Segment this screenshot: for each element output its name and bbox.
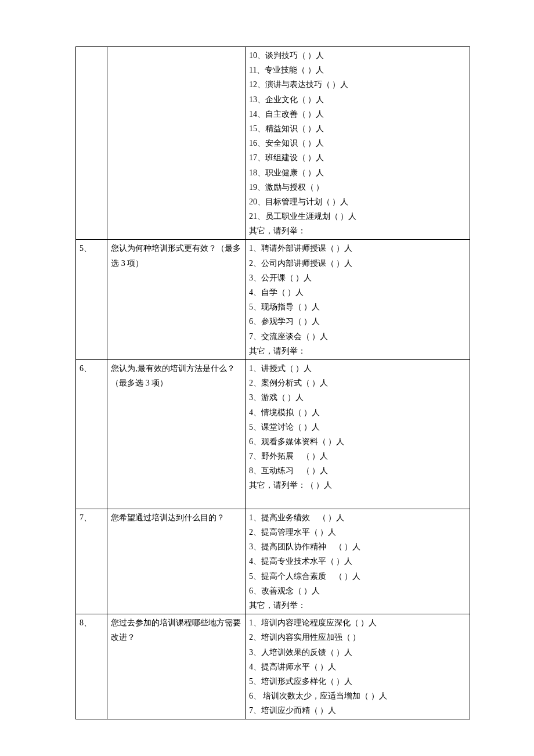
- options-cell: 1、培训内容理论程度应深化（ ）人2、培训内容实用性应加强（ ）3、人培训效果的…: [245, 614, 470, 719]
- option-line: 13、企业文化（ ）人: [249, 92, 466, 107]
- option-line: 2、培训内容实用性应加强（ ）: [249, 630, 466, 645]
- option-line: 4、提高讲师水平（ ）人: [249, 660, 466, 674]
- option-line: 14、自主改善（ ）人: [249, 107, 466, 121]
- option-line: 4、情境模拟（ ）人: [249, 405, 466, 420]
- table-row: 7、您希望通过培训达到什么目的？1、提高业务绩效 （ ）人2、提高管理水平（ ）…: [76, 509, 470, 614]
- row-number: [76, 47, 107, 240]
- survey-table: 10、谈判技巧（ ）人11、专业技能（ ）人12、演讲与表达技巧（ ）人13、企…: [75, 46, 470, 719]
- table-row: 10、谈判技巧（ ）人11、专业技能（ ）人12、演讲与表达技巧（ ）人13、企…: [76, 47, 470, 240]
- option-line: 7、野外拓展 （ ）人: [249, 449, 466, 463]
- option-line: 6、参观学习（ ）人: [249, 314, 466, 329]
- option-line: 15、精益知识（ ）人: [249, 121, 466, 136]
- table-row: 6、您认为,最有效的培训方法是什么？（最多选 3 项）1、讲授式（ ）人2、案例…: [76, 359, 470, 509]
- option-line: 5、现场指导（ ）人: [249, 300, 466, 314]
- options-cell: 1、讲授式（ ）人2、案例分析式（ ）人3、游戏（ ）人4、情境模拟（ ）人5、…: [245, 359, 470, 509]
- option-line: 2、提高管理水平（ ）人: [249, 525, 466, 539]
- option-line: 17、班组建设（ ）人: [249, 150, 466, 165]
- options-cell: 10、谈判技巧（ ）人11、专业技能（ ）人12、演讲与表达技巧（ ）人13、企…: [245, 47, 470, 240]
- question-cell: 您认为何种培训形式更有效？（最多选 3 项）: [107, 240, 246, 360]
- option-line: 10、谈判技巧（ ）人: [249, 48, 466, 63]
- options-cell: 1、聘请外部讲师授课（ ）人2、公司内部讲师授课（ ）人3、公开课（ ）人4、自…: [245, 240, 470, 360]
- option-line: 其它，请列举：: [249, 344, 466, 358]
- option-line: 3、人培训效果的反馈（ ）人: [249, 645, 466, 660]
- option-line: 5、培训形式应多样化（ ）人: [249, 674, 466, 689]
- option-line: 20、目标管理与计划（ ）人: [249, 195, 466, 209]
- option-line: 7、培训应少而精（ ）人: [249, 703, 466, 718]
- option-line: 1、讲授式（ ）人: [249, 361, 466, 376]
- option-line: 6、改善观念（ ）人: [249, 584, 466, 598]
- option-line: 5、提高个人综合素质 （ ）人: [249, 569, 466, 584]
- option-line: 3、提高团队协作精神 （ ）人: [249, 539, 466, 554]
- question-cell: 您过去参加的培训课程哪些地方需要改进？: [107, 614, 246, 719]
- option-line: 1、提高业务绩效 （ ）人: [249, 510, 466, 525]
- table-row: 5、您认为何种培训形式更有效？（最多选 3 项）1、聘请外部讲师授课（ ）人2、…: [76, 240, 470, 360]
- option-line: 其它，请列举：（ ）人: [249, 478, 466, 492]
- option-line: 4、提高专业技术水平（ ）人: [249, 554, 466, 568]
- option-line: 5、课堂讨论（ ）人: [249, 420, 466, 434]
- option-line: 19、激励与授权（ ）: [249, 180, 466, 195]
- options-cell: 1、提高业务绩效 （ ）人2、提高管理水平（ ）人3、提高团队协作精神 （ ）人…: [245, 509, 470, 614]
- option-line: 3、公开课（ ）人: [249, 271, 466, 285]
- option-line: 2、案例分析式（ ）人: [249, 376, 466, 390]
- option-line: 4、自学（ ）人: [249, 285, 466, 300]
- option-line: 6、 培训次数太少，应适当增加（ ）人: [249, 689, 466, 703]
- question-cell: 您认为,最有效的培训方法是什么？（最多选 3 项）: [107, 359, 246, 509]
- option-line: 其它，请列举：: [249, 224, 466, 238]
- option-line: 7、交流座谈会（ ）人: [249, 329, 466, 344]
- question-cell: [107, 47, 246, 240]
- option-line: 12、演讲与表达技巧（ ）人: [249, 77, 466, 92]
- option-line: 8、互动练习 （ ）人: [249, 463, 466, 478]
- row-number: 6、: [76, 359, 107, 509]
- option-line: 11、专业技能（ ）人: [249, 63, 466, 77]
- option-line: [249, 493, 466, 507]
- row-number: 7、: [76, 509, 107, 614]
- option-line: 18、职业健康（ ）人: [249, 165, 466, 180]
- table-row: 8、您过去参加的培训课程哪些地方需要改进？1、培训内容理论程度应深化（ ）人2、…: [76, 614, 470, 719]
- question-cell: 您希望通过培训达到什么目的？: [107, 509, 246, 614]
- option-line: 3、游戏（ ）人: [249, 390, 466, 405]
- option-line: 16、安全知识（ ）人: [249, 136, 466, 150]
- option-line: 1、培训内容理论程度应深化（ ）人: [249, 615, 466, 630]
- option-line: 2、公司内部讲师授课（ ）人: [249, 256, 466, 271]
- option-line: 其它，请列举：: [249, 598, 466, 613]
- option-line: 21、员工职业生涯规划（ ）人: [249, 209, 466, 224]
- row-number: 5、: [76, 240, 107, 360]
- row-number: 8、: [76, 614, 107, 719]
- option-line: 1、聘请外部讲师授课（ ）人: [249, 241, 466, 255]
- option-line: 6、观看多媒体资料（ ）人: [249, 434, 466, 449]
